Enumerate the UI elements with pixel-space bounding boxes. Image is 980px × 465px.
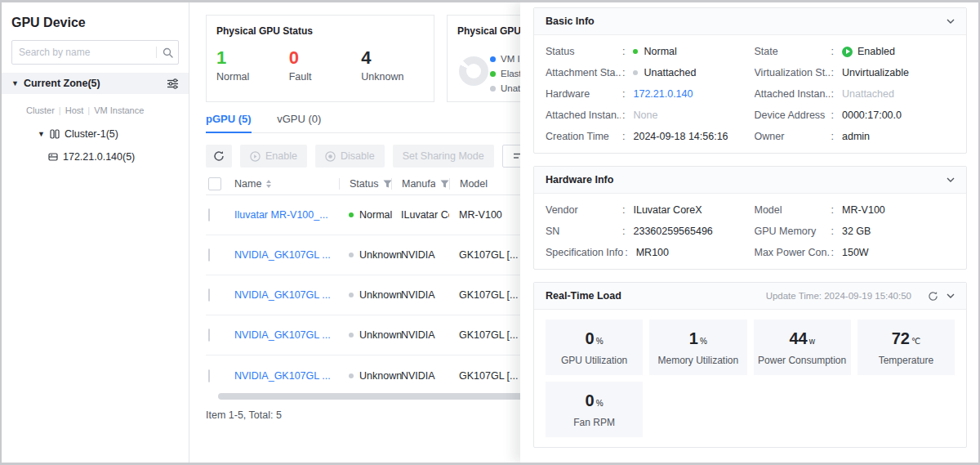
sort-icon[interactable] bbox=[266, 180, 271, 188]
caret-down-icon[interactable]: ▼ bbox=[38, 130, 45, 138]
manufacturer-cell: ILuvatar Co... bbox=[391, 209, 449, 221]
header-checkbox-cell bbox=[208, 178, 234, 190]
cluster-icon bbox=[50, 129, 60, 139]
stat-normal: 1 Normal bbox=[216, 48, 289, 83]
gpu-name-link[interactable]: NVIDIA_GK107GL ... bbox=[234, 370, 339, 382]
status-dot bbox=[349, 293, 354, 297]
column-model: Model bbox=[449, 178, 521, 190]
enable-label: Enable bbox=[265, 150, 297, 162]
status-cell: Unknown bbox=[339, 370, 391, 382]
select-all-checkbox[interactable] bbox=[208, 177, 221, 190]
field-max-power: Max Power Con...150W bbox=[755, 246, 956, 259]
disable-label: Disable bbox=[341, 150, 375, 162]
tile-value: 0 bbox=[586, 391, 595, 409]
table-footer: Item 1-5, Total: 5 bbox=[206, 409, 282, 421]
column-status: Status bbox=[339, 178, 391, 190]
enable-button[interactable]: Enable bbox=[240, 145, 307, 168]
crumb-cluster[interactable]: Cluster bbox=[26, 105, 55, 115]
load-tiles: 0% GPU Utilization 1% Memory Utilization… bbox=[546, 320, 955, 437]
set-sharing-label: Set Sharing Mode bbox=[403, 150, 484, 162]
host-label: 172.21.0.140(5) bbox=[63, 151, 135, 163]
search-input[interactable] bbox=[12, 47, 156, 58]
row-checkbox[interactable] bbox=[208, 208, 210, 221]
play-circle-icon bbox=[250, 151, 261, 162]
tab-pgpu[interactable]: pGPU (5) bbox=[206, 111, 252, 133]
legend-dot-gray bbox=[490, 86, 496, 92]
manufacturer-cell: NVIDIA bbox=[391, 289, 449, 301]
realtime-load-body: 0% GPU Utilization 1% Memory Utilization… bbox=[534, 310, 966, 447]
crumb-vm-instance[interactable]: VM Instance bbox=[83, 105, 144, 115]
basic-info-header[interactable]: Basic Info bbox=[534, 8, 966, 35]
tile-unit: w bbox=[809, 337, 815, 346]
row-checkbox[interactable] bbox=[208, 329, 210, 342]
chevron-down-icon[interactable] bbox=[947, 293, 955, 298]
disable-button[interactable]: Disable bbox=[315, 145, 385, 168]
hardware-info-body: VendorILuvatar CoreX ModelMR-V100 SN2336… bbox=[534, 194, 966, 269]
field-attachment-status: Attachment Sta...Unattached bbox=[546, 66, 746, 79]
gpu-name-link[interactable]: NVIDIA_GK107GL ... bbox=[234, 249, 339, 261]
field-creation-time: Creation Time2024-09-18 14:56:16 bbox=[546, 130, 746, 143]
section-title: Basic Info bbox=[546, 16, 938, 27]
field-owner: Owneradmin bbox=[755, 130, 956, 143]
status-dot bbox=[349, 373, 354, 378]
search-box bbox=[11, 40, 179, 65]
tile-unit: % bbox=[700, 337, 707, 346]
tile-power-consumption: 44w Power Consumption bbox=[754, 320, 851, 375]
tree-item-host[interactable]: 172.21.0.140(5) bbox=[48, 151, 189, 163]
horizontal-scrollbar[interactable] bbox=[218, 393, 534, 400]
page-title: GPU Device bbox=[11, 16, 179, 30]
model-cell: GK107GL [... bbox=[449, 289, 521, 301]
field-virtualization-status: Virtualization St...Unvirtualizable bbox=[755, 66, 956, 79]
caret-down-icon[interactable]: ▼ bbox=[11, 79, 19, 87]
tab-vgpu[interactable]: vGPU (0) bbox=[277, 111, 321, 132]
row-checkbox[interactable] bbox=[208, 248, 210, 262]
status-dot bbox=[349, 212, 354, 217]
column-manufacturer-label: Manufac... bbox=[402, 178, 435, 190]
tile-temperature: 72℃ Temperature bbox=[858, 320, 955, 375]
gpu-name-link[interactable]: NVIDIA_GK107GL ... bbox=[234, 289, 339, 301]
stat-label: Normal bbox=[216, 71, 289, 83]
hardware-info-header[interactable]: Hardware Info bbox=[534, 167, 966, 194]
column-manufacturer: Manufac... bbox=[391, 178, 449, 190]
refresh-button[interactable] bbox=[206, 145, 232, 168]
search-icon[interactable] bbox=[157, 47, 178, 58]
model-cell: GK107GL [... bbox=[449, 249, 521, 261]
field-status: StatusNormal bbox=[546, 45, 746, 58]
tile-value: 72 bbox=[892, 329, 910, 347]
cluster-label: Cluster-1(5) bbox=[65, 128, 118, 140]
row-checkbox[interactable] bbox=[208, 369, 210, 382]
stop-circle-icon bbox=[325, 151, 336, 162]
gpu-name-link[interactable]: Iluvatar MR-V100_... bbox=[234, 209, 339, 221]
filter-icon[interactable] bbox=[440, 180, 449, 188]
refresh-icon[interactable] bbox=[928, 291, 938, 302]
physical-gpu-status-card: Physical GPU Status 1 Normal 0 Fault 4 U… bbox=[206, 15, 434, 102]
crumb-host[interactable]: Host bbox=[55, 105, 83, 115]
status-cell: Normal bbox=[339, 209, 391, 221]
set-sharing-mode-button[interactable]: Set Sharing Mode bbox=[393, 145, 494, 168]
model-cell: MR-V100 bbox=[449, 209, 521, 221]
status-dot bbox=[349, 333, 354, 338]
gpu-name-link[interactable]: NVIDIA_GK107GL ... bbox=[234, 329, 339, 341]
manufacturer-cell: NVIDIA bbox=[391, 249, 449, 261]
stat-value: 1 bbox=[216, 48, 289, 68]
chevron-down-icon[interactable] bbox=[947, 19, 955, 24]
row-checkbox[interactable] bbox=[208, 288, 210, 302]
hardware-link[interactable]: 172.21.0.140 bbox=[633, 87, 693, 101]
stat-value: 0 bbox=[289, 48, 362, 68]
legend-dot-green bbox=[490, 71, 496, 77]
display-settings-icon[interactable] bbox=[167, 78, 179, 89]
zone-label: Current Zone(5) bbox=[24, 78, 167, 89]
field-vendor: VendorILuvatar CoreX bbox=[546, 203, 746, 217]
manufacturer-cell: NVIDIA bbox=[391, 329, 449, 341]
tile-unit: ℃ bbox=[911, 337, 920, 346]
column-name: Name bbox=[234, 178, 339, 190]
sidebar-item-current-zone[interactable]: ▼ Current Zone(5) bbox=[2, 73, 189, 94]
tree-item-cluster[interactable]: ▼ Cluster-1(5) bbox=[38, 128, 189, 140]
tile-unit: % bbox=[596, 337, 604, 346]
field-specification-info: Specification InfoMR100 bbox=[546, 246, 746, 259]
stat-value: 4 bbox=[361, 48, 434, 68]
field-device-address: Device Address0000:17:00.0 bbox=[755, 109, 956, 122]
status-cell: Unknown bbox=[339, 249, 391, 261]
realtime-load-header[interactable]: Real-Time Load Update Time: 2024-09-19 1… bbox=[534, 283, 966, 310]
chevron-down-icon[interactable] bbox=[947, 177, 955, 182]
